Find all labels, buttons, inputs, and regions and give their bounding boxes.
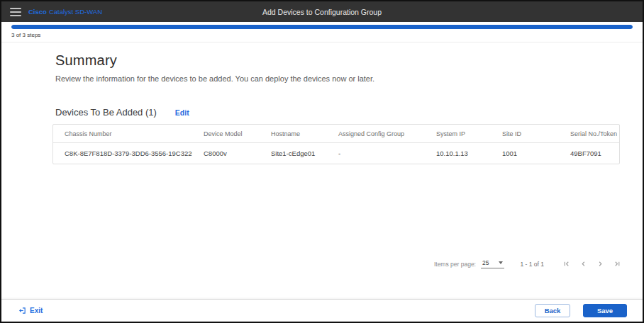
col-assigned-config-group: Assigned Config Group: [327, 125, 425, 143]
brand-link[interactable]: CiscoCatalyst SD-WAN: [28, 8, 102, 16]
app-bar: CiscoCatalyst SD-WAN Add Devices to Conf…: [1, 1, 643, 22]
brand-bold: Cisco: [28, 8, 47, 16]
last-page-icon[interactable]: [614, 260, 621, 268]
page-range-label: 1 - 1 of 1: [520, 261, 544, 268]
summary-description: Review the information for the devices t…: [55, 74, 643, 83]
menu-icon[interactable]: [10, 8, 21, 16]
progress-fill: [11, 25, 633, 29]
exit-icon: [18, 307, 26, 314]
cell-system-ip: 10.10.1.13: [425, 143, 491, 164]
cell-chassis-number: C8K-8E7F818D-3379-3DD6-3556-19C322680AA5: [53, 143, 192, 164]
devices-section-header: Devices To Be Added (1) Edit: [55, 107, 643, 118]
devices-table: Chassis Number Device Model Hostname Ass…: [52, 124, 620, 164]
footer-actions: Back Save: [535, 304, 627, 317]
cell-assigned-config-group: -: [327, 143, 425, 164]
back-button[interactable]: Back: [535, 304, 570, 317]
table-header-row: Chassis Number Device Model Hostname Ass…: [53, 125, 619, 143]
table-row: C8K-8E7F818D-3379-3DD6-3556-19C322680AA5…: [53, 143, 619, 164]
col-chassis-number: Chassis Number: [53, 125, 192, 143]
next-page-icon[interactable]: [596, 260, 604, 268]
col-device-model: Device Model: [192, 125, 260, 143]
cell-serial-token: 49BF7091: [559, 143, 619, 164]
main-content: Summary Review the information for the d…: [1, 40, 643, 164]
exit-button[interactable]: Exit: [18, 307, 43, 314]
edit-link[interactable]: Edit: [175, 108, 189, 117]
col-hostname: Hostname: [260, 125, 327, 143]
chevron-down-icon: [499, 261, 503, 264]
first-page-icon[interactable]: [562, 260, 570, 268]
save-button[interactable]: Save: [583, 304, 627, 317]
devices-section-title: Devices To Be Added (1): [55, 107, 157, 118]
col-system-ip: System IP: [425, 125, 491, 143]
brand-rest: Catalyst SD-WAN: [49, 8, 102, 16]
col-serial-token: Serial No./Token: [559, 125, 619, 143]
summary-heading: Summary: [55, 52, 643, 69]
pagination-bar: Items per page: 25 1 - 1 of 1: [434, 259, 621, 268]
cell-hostname: Site1-cEdge01: [260, 143, 327, 164]
progress-bar: [11, 25, 633, 29]
steps-label: 3 of 3 steps: [11, 32, 633, 38]
prev-page-icon[interactable]: [579, 260, 587, 268]
add-devices-page: CiscoCatalyst SD-WAN Add Devices to Conf…: [0, 0, 644, 323]
cell-device-model: C8000v: [192, 143, 260, 164]
exit-label: Exit: [30, 307, 43, 314]
items-per-page-label: Items per page:: [434, 261, 476, 268]
pager-controls: [562, 260, 621, 268]
col-site-id: Site ID: [491, 125, 559, 143]
footer-bar: Exit Back Save: [1, 299, 643, 322]
cell-site-id: 1001: [491, 143, 559, 164]
items-per-page-value: 25: [482, 259, 489, 266]
items-per-page-select[interactable]: 25: [481, 259, 504, 268]
